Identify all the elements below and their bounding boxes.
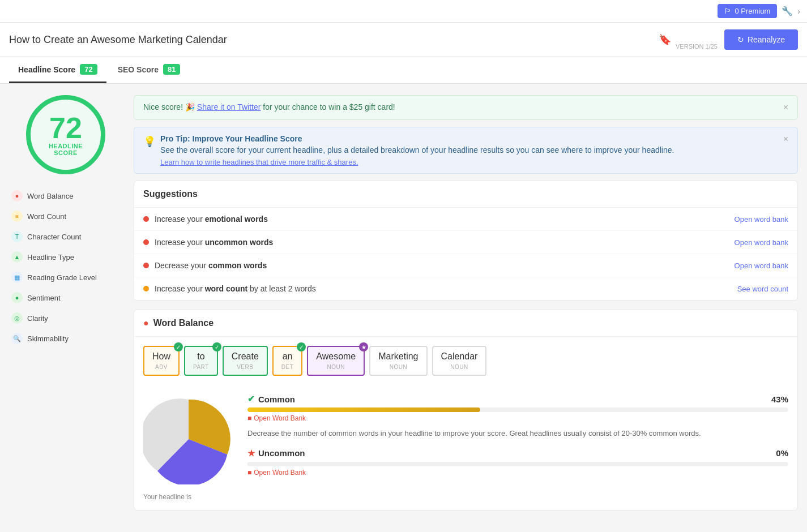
chip-badge-an: ✓ bbox=[297, 342, 306, 351]
common-check-icon: ✔ bbox=[247, 394, 255, 404]
chevron-right-icon[interactable]: › bbox=[797, 7, 800, 16]
alert-green-close[interactable]: × bbox=[783, 102, 788, 113]
word-chip-create[interactable]: Create VERB bbox=[223, 346, 268, 376]
pro-tip-title: Pro Tip: Improve Your Headline Score bbox=[160, 134, 302, 143]
sidebar-item-word-balance[interactable]: ● Word Balance bbox=[9, 186, 122, 206]
chip-badge-awesome: ★ bbox=[359, 342, 368, 351]
sidebar-item-skimmability[interactable]: 🔍 Skimmability bbox=[9, 328, 122, 349]
reanalyze-label: Reanalyze bbox=[748, 35, 785, 44]
uncommon-progress-bar-bg bbox=[247, 462, 788, 466]
version-text: VERSION 1/25 bbox=[676, 43, 718, 50]
word-chip-an[interactable]: ✓ an DET bbox=[272, 346, 303, 376]
alert-green: Nice score! 🎉 Share it on Twitter for yo… bbox=[134, 95, 798, 120]
tab-headline[interactable]: Headline Score 72 bbox=[9, 57, 106, 83]
alert-green-content: Nice score! 🎉 Share it on Twitter for yo… bbox=[143, 102, 779, 111]
word-text-to: to bbox=[193, 351, 209, 362]
word-type-create: VERB bbox=[232, 364, 259, 370]
tab-headline-score: 72 bbox=[80, 64, 97, 75]
word-type-an: DET bbox=[281, 364, 294, 370]
sidebar-item-headline-type[interactable]: ▲ Headline Type bbox=[9, 247, 122, 267]
headline-type-icon: ▲ bbox=[11, 251, 23, 263]
sidebar-label-reading-grade: Reading Grade Level bbox=[27, 273, 97, 282]
common-progress-section: ✔ Common 43% ■ Open Word Bank Decre bbox=[247, 394, 788, 439]
word-balance-pie-icon: ● bbox=[143, 318, 149, 328]
top-bar: 🏳 0 Premium 🔧 › bbox=[0, 0, 807, 23]
bookmark-icon[interactable]: 🔖 bbox=[659, 33, 671, 46]
suggestion-text-0: Increase your emotional words bbox=[155, 214, 725, 224]
see-word-count-link[interactable]: See word count bbox=[737, 285, 788, 293]
suggestions-title: Suggestions bbox=[143, 189, 198, 199]
open-word-bank-link-1[interactable]: Open word bank bbox=[735, 238, 788, 247]
premium-button[interactable]: 🏳 0 Premium bbox=[718, 4, 777, 18]
open-word-bank-link-0[interactable]: Open word bank bbox=[735, 215, 788, 224]
sidebar-label-word-balance: Word Balance bbox=[27, 192, 73, 200]
reading-grade-icon: ▦ bbox=[11, 272, 23, 283]
common-progress-bar-bg bbox=[247, 407, 788, 412]
word-chip-calendar[interactable]: Calendar NOUN bbox=[432, 346, 487, 376]
sidebar-item-sentiment[interactable]: ● Sentiment bbox=[9, 288, 122, 308]
suggestion-dot-3 bbox=[143, 286, 149, 291]
learn-headlines-link[interactable]: Learn how to write headlines that drive … bbox=[160, 158, 779, 166]
score-circle: 72 HEADLINESCORE bbox=[26, 95, 105, 174]
word-chip-to[interactable]: ✓ to PART bbox=[184, 346, 218, 376]
word-text-an: an bbox=[281, 351, 294, 362]
share-twitter-link[interactable]: Share it on Twitter bbox=[197, 102, 261, 111]
word-chip-awesome[interactable]: ★ Awesome NOUN bbox=[307, 346, 365, 376]
sidebar-item-clarity[interactable]: ◎ Clarity bbox=[9, 308, 122, 328]
common-progress-header: ✔ Common 43% bbox=[247, 394, 788, 404]
left-sidebar: 72 HEADLINESCORE ● Word Balance ≡ Word C… bbox=[9, 95, 122, 520]
uncommon-star-icon: ★ bbox=[247, 448, 255, 458]
uncommon-word-bank-icon: ■ bbox=[247, 469, 251, 477]
word-chip-how[interactable]: ✓ How ADV bbox=[143, 346, 180, 376]
uncommon-open-word-bank[interactable]: ■ Open Word Bank bbox=[247, 469, 788, 477]
sidebar-item-reading-grade[interactable]: ▦ Reading Grade Level bbox=[9, 267, 122, 288]
sidebar-item-word-count[interactable]: ≡ Word Count bbox=[9, 206, 122, 226]
alert-blue-content: Pro Tip: Improve Your Headline Score See… bbox=[160, 134, 779, 166]
word-chip-marketing[interactable]: Marketing NOUN bbox=[369, 346, 427, 376]
common-word-bank-label: Open Word Bank bbox=[254, 414, 306, 422]
suggestion-item-2: Decrease your common words Open word ban… bbox=[134, 254, 797, 277]
suggestion-dot-0 bbox=[143, 216, 149, 222]
sidebar-item-character-count[interactable]: T Character Count bbox=[9, 226, 122, 247]
flag-icon: 🏳 bbox=[724, 7, 732, 15]
skimmability-icon: 🔍 bbox=[11, 333, 23, 344]
suggestion-text-1: Increase your uncommon words bbox=[155, 238, 725, 247]
chip-badge-how: ✓ bbox=[174, 342, 183, 351]
headline-input-wrapper: 🔖 bbox=[9, 34, 676, 46]
uncommon-pct: 0% bbox=[776, 448, 788, 458]
headline-input[interactable] bbox=[9, 34, 676, 46]
word-text-how: How bbox=[152, 351, 170, 362]
sentiment-icon: ● bbox=[11, 292, 23, 303]
uncommon-word-bank-label: Open Word Bank bbox=[254, 469, 306, 477]
uncommon-progress-section: ★ Uncommon 0% ■ Open Word Bank bbox=[247, 448, 788, 477]
open-word-bank-link-2[interactable]: Open word bank bbox=[735, 261, 788, 270]
word-type-how: ADV bbox=[152, 364, 170, 370]
word-type-marketing: NOUN bbox=[378, 364, 418, 370]
word-balance-icon: ● bbox=[11, 190, 23, 201]
common-desc: Decrease the number of common words in y… bbox=[247, 428, 788, 439]
alert-green-text: Nice score! 🎉 bbox=[143, 102, 197, 111]
reanalyze-button[interactable]: ↻ Reanalyze bbox=[724, 29, 798, 50]
uncommon-progress-header: ★ Uncommon 0% bbox=[247, 448, 788, 458]
common-progress-bar-fill bbox=[247, 407, 480, 412]
word-balance-title: Word Balance bbox=[153, 318, 214, 328]
common-open-word-bank[interactable]: ■ Open Word Bank bbox=[247, 414, 788, 422]
headline-input-area: 🔖 VERSION 1/25 ↻ Reanalyze bbox=[0, 23, 807, 57]
premium-label: 0 Premium bbox=[735, 7, 770, 15]
chip-badge-to: ✓ bbox=[212, 342, 221, 351]
word-type-calendar: NOUN bbox=[441, 364, 478, 370]
alert-blue-close[interactable]: × bbox=[783, 134, 788, 144]
suggestion-text-3: Increase your word count by at least 2 w… bbox=[155, 284, 728, 293]
word-text-awesome: Awesome bbox=[316, 351, 356, 362]
suggestion-text-2: Decrease your common words bbox=[155, 261, 725, 270]
main-content: 72 HEADLINESCORE ● Word Balance ≡ Word C… bbox=[0, 84, 807, 531]
suggestions-header: Suggestions bbox=[134, 181, 797, 208]
word-text-calendar: Calendar bbox=[441, 351, 478, 362]
uncommon-label: ★ Uncommon bbox=[247, 448, 305, 458]
settings-icon[interactable]: 🔧 bbox=[782, 6, 793, 16]
sidebar-label-word-count: Word Count bbox=[27, 212, 66, 221]
tab-seo[interactable]: SEO Score 81 bbox=[109, 57, 190, 83]
pie-chart-area: Your headline is ✔ Common 43% bbox=[134, 385, 797, 510]
common-title-text: Common bbox=[258, 394, 295, 404]
word-text-create: Create bbox=[232, 351, 259, 362]
